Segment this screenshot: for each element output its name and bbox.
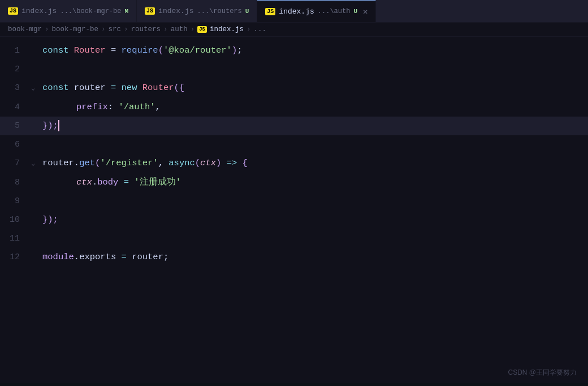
token-string: '注册成功': [134, 177, 181, 187]
token-operator: =: [118, 177, 134, 187]
token-var: router: [132, 252, 163, 262]
token-method: get: [79, 158, 95, 168]
breadcrumb-sep-0: ›: [45, 25, 49, 33]
fold-icon-3[interactable]: ⌄: [31, 79, 40, 98]
token-classname: Router: [142, 83, 174, 93]
tab-tab2[interactable]: JS index.js ...\routers U: [137, 0, 257, 22]
breadcrumb-part-2: src: [109, 25, 122, 33]
breadcrumb-part-0: book-mgr: [8, 25, 42, 33]
breadcrumb-sep-3: ›: [163, 25, 168, 33]
code-line-7: 7⌄router.get('/register', async(ctx) => …: [0, 154, 588, 173]
breadcrumb-part-6: ...: [254, 25, 267, 33]
token-italic: ctx: [200, 158, 216, 168]
token-var: ,: [155, 102, 161, 112]
code-line-10: 10});: [0, 211, 588, 229]
code-line-12: 12module.exports = router;: [0, 248, 588, 267]
breadcrumb: book-mgr›book-mgr-be›src›routers›auth›JS…: [0, 23, 588, 37]
code-line-11: 11: [0, 229, 588, 248]
token-var: =: [106, 45, 122, 55]
token-var: ;: [163, 252, 168, 262]
breadcrumb-sep-4: ›: [191, 25, 195, 33]
tab-filename: index.js: [21, 7, 57, 15]
token-operator: =>: [221, 158, 242, 168]
tab-badge: U: [245, 8, 249, 15]
line-number-6: 6: [0, 135, 31, 154]
tab-badge: M: [124, 8, 128, 15]
line-number-4: 4: [0, 98, 31, 117]
js-icon: JS: [145, 7, 155, 15]
line-number-2: 2: [0, 60, 31, 79]
token-paren: ): [232, 45, 237, 55]
token-keyword: const: [42, 83, 74, 93]
token-var: ,: [158, 158, 169, 168]
token-module: module: [42, 252, 74, 262]
watermark: CSDN @王同学要努力: [508, 368, 577, 378]
fold-icon-7[interactable]: ⌄: [31, 155, 40, 173]
code-line-8: 8ctx.body = '注册成功': [0, 173, 588, 192]
line-number-3: 3: [0, 79, 31, 97]
token-paren: ({: [174, 83, 185, 93]
tab-filename: index.js: [279, 7, 314, 16]
code-line-2: 2: [0, 60, 588, 79]
token-string: '/register': [100, 158, 158, 168]
token-classname: Router: [74, 45, 106, 55]
token-exports: exports: [79, 252, 116, 262]
token-paren: (: [158, 45, 163, 55]
code-content-3: const router = new Router({: [40, 79, 588, 97]
token-var: .: [74, 252, 79, 262]
token-operator: =: [106, 83, 122, 93]
token-paren: (: [195, 158, 200, 168]
code-content-8: ctx.body = '注册成功': [40, 173, 588, 192]
code-line-5: 5});: [0, 117, 588, 135]
code-content-5: });: [40, 117, 588, 135]
breadcrumb-part-1: book-mgr-be: [52, 25, 99, 33]
token-paren: ): [216, 158, 221, 168]
token-keyword: new: [122, 83, 142, 93]
token-property: prefix: [76, 102, 108, 112]
js-icon: JS: [265, 8, 275, 15]
code-content-4: prefix: '/auth',: [40, 98, 588, 117]
code-content-10: });: [40, 211, 588, 229]
tab-badge: U: [353, 8, 357, 15]
breadcrumb-part-3: routers: [131, 25, 161, 33]
token-string: '/auth': [118, 102, 155, 112]
line-number-5: 5: [0, 117, 31, 135]
tab-path: ...\book-mgr-be: [60, 7, 121, 15]
token-operator: =: [116, 252, 132, 262]
code-line-1: 1const Router = require('@koa/router');: [0, 41, 588, 60]
token-paren: (: [95, 158, 100, 168]
tab-path: ...\auth: [318, 7, 351, 15]
line-number-9: 9: [0, 192, 31, 211]
token-paren: });: [42, 121, 58, 131]
code-line-9: 9: [0, 192, 588, 211]
code-content-7: router.get('/register', async(ctx) => {: [40, 154, 588, 173]
token-italic: ctx: [76, 177, 92, 187]
token-var: .: [74, 158, 79, 168]
line-number-8: 8: [0, 173, 31, 192]
token-paren: {: [243, 158, 248, 168]
breadcrumb-sep-5: ›: [247, 25, 251, 33]
line-number-7: 7: [0, 154, 31, 173]
token-func: require: [122, 45, 158, 55]
line-number-1: 1: [0, 41, 31, 60]
code-line-3: 3⌄const router = new Router({: [0, 79, 588, 98]
tab-path: ...\routers: [197, 7, 242, 15]
code-content-1: const Router = require('@koa/router');: [40, 41, 588, 60]
breadcrumb-part-5: index.js: [210, 25, 244, 33]
breadcrumb-sep-2: ›: [124, 25, 128, 33]
code-area: 1const Router = require('@koa/router');2…: [0, 37, 588, 271]
line-number-10: 10: [0, 211, 31, 229]
line-number-12: 12: [0, 248, 31, 267]
tab-tab3[interactable]: JS index.js ...\auth U ✕: [257, 0, 376, 22]
token-var: ;: [237, 45, 242, 55]
token-keyword: const: [42, 45, 74, 55]
tab-tab1[interactable]: JS index.js ...\book-mgr-be M: [0, 0, 137, 22]
token-var: :: [108, 102, 119, 112]
token-async: async: [168, 158, 195, 168]
token-string: '@koa/router': [163, 45, 232, 55]
tab-close-icon[interactable]: ✕: [363, 7, 368, 16]
line-number-11: 11: [0, 229, 31, 248]
breadcrumb-sep-1: ›: [101, 25, 106, 33]
token-var: router: [42, 158, 74, 168]
code-content-12: module.exports = router;: [40, 248, 588, 267]
